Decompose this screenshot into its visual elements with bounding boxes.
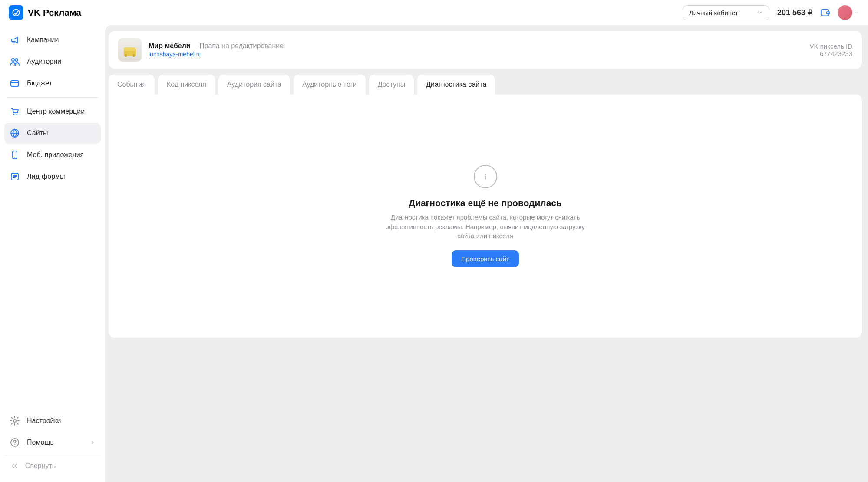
svg-rect-20 bbox=[485, 176, 486, 179]
brand-logo-icon bbox=[9, 5, 23, 20]
site-name: Мир мебели bbox=[149, 42, 191, 50]
sidebar-item-label: Аудитории bbox=[27, 58, 61, 66]
sidebar-item-help[interactable]: Помощь bbox=[4, 432, 101, 453]
tab-pixel-code[interactable]: Код пикселя bbox=[158, 75, 215, 95]
tab-access[interactable]: Доступы bbox=[369, 75, 414, 95]
users-icon bbox=[10, 56, 20, 67]
svg-point-10 bbox=[14, 157, 15, 158]
sidebar-collapse[interactable]: Свернуть bbox=[4, 456, 101, 476]
account-selector-label: Личный кабинет bbox=[689, 9, 738, 16]
globe-icon bbox=[10, 128, 20, 138]
empty-state-description: Диагностика покажет проблемы сайта, кото… bbox=[381, 213, 590, 241]
sidebar-item-label: Настройки bbox=[27, 417, 61, 425]
phone-icon bbox=[10, 150, 20, 160]
svg-point-4 bbox=[15, 59, 18, 61]
site-thumbnail bbox=[118, 38, 142, 62]
sidebar-item-mobile-apps[interactable]: Моб. приложения bbox=[4, 144, 101, 165]
svg-rect-18 bbox=[133, 54, 135, 57]
gear-icon bbox=[10, 416, 20, 426]
sidebar: Кампании Аудитории Бюджет bbox=[0, 25, 105, 482]
main-content: Мир мебели · Права на редактирование luc… bbox=[105, 25, 868, 482]
svg-point-6 bbox=[13, 114, 15, 115]
sidebar-item-label: Моб. приложения bbox=[27, 151, 84, 159]
svg-rect-2 bbox=[827, 12, 829, 14]
sidebar-item-label: Лид-формы bbox=[27, 173, 65, 180]
account-selector[interactable]: Личный кабинет bbox=[683, 5, 769, 20]
avatar bbox=[838, 5, 852, 20]
balance: 201 563 ₽ bbox=[777, 8, 812, 17]
brand[interactable]: VK Реклама bbox=[9, 5, 81, 20]
svg-rect-17 bbox=[125, 54, 127, 57]
sidebar-divider bbox=[7, 97, 98, 98]
budget-icon bbox=[10, 78, 20, 89]
site-header-card: Мир мебели · Права на редактирование luc… bbox=[109, 31, 862, 69]
header-right: Личный кабинет 201 563 ₽ bbox=[683, 5, 859, 20]
help-icon bbox=[10, 437, 20, 448]
tab-events[interactable]: События bbox=[109, 75, 155, 95]
chevron-right-icon bbox=[89, 439, 96, 446]
chevron-down-icon bbox=[757, 10, 763, 16]
svg-point-12 bbox=[13, 420, 16, 422]
sidebar-item-campaigns[interactable]: Кампании bbox=[4, 30, 101, 50]
separator-dot: · bbox=[194, 42, 196, 50]
svg-point-7 bbox=[17, 114, 18, 115]
sidebar-item-budget[interactable]: Бюджет bbox=[4, 73, 101, 94]
sidebar-collapse-label: Свернуть bbox=[25, 462, 56, 470]
sidebar-item-label: Кампании bbox=[27, 36, 59, 44]
empty-state: Диагностика ещё не проводилась Диагности… bbox=[381, 165, 590, 267]
sidebar-item-commerce[interactable]: Центр коммерции bbox=[4, 101, 101, 122]
svg-rect-5 bbox=[11, 81, 19, 86]
sidebar-item-label: Сайты bbox=[27, 129, 48, 137]
svg-point-19 bbox=[485, 174, 486, 175]
info-icon bbox=[474, 165, 497, 188]
site-url-link[interactable]: luchshaya-mebel.ru bbox=[149, 51, 284, 58]
sidebar-item-label: Помощь bbox=[27, 439, 54, 446]
svg-point-3 bbox=[12, 59, 14, 61]
tabs: События Код пикселя Аудитория сайта Ауди… bbox=[109, 75, 862, 95]
svg-point-14 bbox=[14, 444, 15, 445]
empty-state-title: Диагностика ещё не проводилась bbox=[409, 198, 562, 208]
collapse-icon bbox=[10, 461, 19, 471]
user-menu[interactable] bbox=[838, 5, 859, 20]
diagnostics-panel: Диагностика ещё не проводилась Диагности… bbox=[109, 95, 862, 338]
form-icon bbox=[10, 171, 20, 182]
check-site-button[interactable]: Проверить сайт bbox=[452, 250, 518, 267]
pixel-id-label: VK пиксель ID bbox=[810, 43, 853, 50]
sidebar-item-lead-forms[interactable]: Лид-формы bbox=[4, 166, 101, 187]
tab-site-audience[interactable]: Аудитория сайта bbox=[218, 75, 290, 95]
sidebar-item-audiences[interactable]: Аудитории bbox=[4, 51, 101, 72]
wallet-icon[interactable] bbox=[820, 8, 830, 17]
sidebar-item-sites[interactable]: Сайты bbox=[4, 123, 101, 144]
site-permission: Права на редактирование bbox=[199, 42, 284, 50]
sidebar-item-label: Центр коммерции bbox=[27, 108, 85, 115]
sidebar-item-settings[interactable]: Настройки bbox=[4, 410, 101, 431]
svg-point-0 bbox=[13, 10, 20, 16]
brand-name: VK Реклама bbox=[28, 7, 81, 18]
cart-icon bbox=[10, 106, 20, 117]
app-header: VK Реклама Личный кабинет 201 563 ₽ bbox=[0, 0, 868, 25]
svg-rect-16 bbox=[124, 47, 136, 51]
tab-audience-tags[interactable]: Аудиторные теги bbox=[294, 75, 366, 95]
sidebar-item-label: Бюджет bbox=[27, 79, 52, 87]
megaphone-icon bbox=[10, 35, 20, 45]
tab-diagnostics[interactable]: Диагностика сайта bbox=[417, 75, 495, 95]
chevron-down-icon bbox=[854, 10, 859, 15]
pixel-id-value: 677423233 bbox=[810, 50, 853, 57]
